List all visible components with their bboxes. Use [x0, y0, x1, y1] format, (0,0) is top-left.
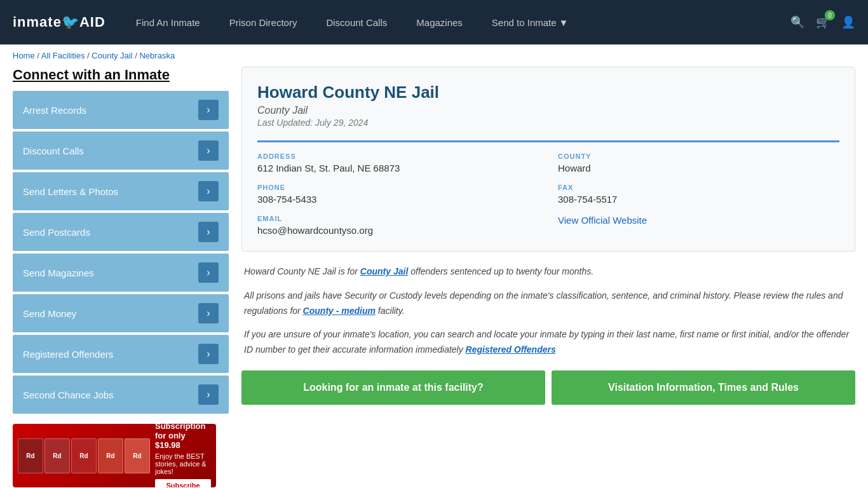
cart-badge: 0 [825, 10, 835, 20]
arrow-icon: › [198, 181, 219, 201]
fax-block: FAX 308-754-5517 [558, 184, 839, 205]
ad-text: 1 Year Subscription for only $19.98 Enjo… [155, 424, 211, 487]
rd-cover-4: Rd [98, 438, 123, 473]
sidebar-item-arrest-records[interactable]: Arrest Records › [13, 91, 229, 129]
arrow-icon: › [198, 384, 219, 405]
action-buttons: Looking for an inmate at this facility? … [241, 370, 855, 405]
breadcrumb-nebraska[interactable]: Nebraska [139, 51, 175, 60]
arrow-icon: › [198, 344, 219, 364]
county-label: COUNTY [558, 152, 839, 160]
search-icon[interactable]: 🔍 [790, 15, 804, 29]
sidebar-item-send-postcards[interactable]: Send Postcards › [13, 213, 229, 251]
sidebar-item-second-chance-jobs[interactable]: Second Chance Jobs › [13, 376, 229, 414]
breadcrumb-county-jail[interactable]: County Jail [92, 51, 132, 60]
connect-title: Connect with an Inmate [13, 67, 229, 83]
facility-type: County Jail [257, 105, 839, 116]
desc-p2: All prisons and jails have Security or C… [244, 288, 853, 319]
address-label: ADDRESS [257, 152, 539, 160]
phone-label: PHONE [257, 184, 539, 191]
rd-covers: Rd Rd Rd Rd Rd [18, 438, 150, 473]
rd-cover-2: Rd [44, 438, 70, 473]
nav-magazines[interactable]: Magazines [405, 12, 474, 33]
county-block: COUNTY Howard [558, 152, 839, 173]
breadcrumb-all-facilities[interactable]: All Facilities [41, 51, 85, 60]
breadcrumb-home[interactable]: Home [13, 51, 35, 60]
registered-offenders-link[interactable]: Registered Offenders [466, 344, 556, 355]
user-icon[interactable]: 👤 [841, 15, 855, 29]
nav-discount-calls[interactable]: Discount Calls [315, 12, 398, 33]
desc-p1: Howard County NE Jail is for County Jail… [244, 264, 853, 280]
view-website-link[interactable]: View Official Website [558, 215, 647, 226]
content-area: Howard County NE Jail County Jail Last U… [241, 67, 855, 487]
arrow-icon: › [198, 140, 219, 161]
nav-prison-directory[interactable]: Prison Directory [218, 12, 309, 33]
address-value: 612 Indian St, St. Paul, NE 68873 [257, 163, 539, 173]
description: Howard County NE Jail is for County Jail… [241, 264, 855, 358]
phone-value: 308-754-5433 [257, 194, 539, 205]
rd-cover-5: Rd [125, 438, 150, 473]
logo[interactable]: inmate🐦AID [13, 14, 105, 30]
arrow-icon: › [198, 100, 219, 120]
fax-label: FAX [558, 184, 839, 191]
desc-p3: If you are unsure of your inmate's locat… [244, 327, 853, 358]
website-block: View Official Website [558, 215, 839, 236]
sidebar-item-registered-offenders[interactable]: Registered Offenders › [13, 335, 229, 373]
arrow-icon: › [198, 222, 219, 242]
main-nav: Find An Inmate Prison Directory Discount… [125, 12, 790, 33]
phone-block: PHONE 308-754-5433 [257, 184, 539, 205]
facility-updated: Last Updated: July 29, 2024 [257, 118, 839, 128]
cart-icon[interactable]: 🛒 0 [816, 15, 830, 29]
sidebar-item-discount-calls[interactable]: Discount Calls › [13, 132, 229, 170]
dropdown-arrow-icon: ▼ [559, 17, 569, 28]
email-value: hcso@howardcountyso.org [257, 225, 539, 236]
main-content: Connect with an Inmate Arrest Records › … [0, 67, 868, 488]
fax-value: 308-754-5517 [558, 194, 839, 205]
subscribe-button[interactable]: Subscribe Now [155, 479, 211, 487]
header: inmate🐦AID Find An Inmate Prison Directo… [0, 0, 868, 44]
nav-find-inmate[interactable]: Find An Inmate [125, 12, 212, 33]
rd-cover-1: Rd [18, 438, 43, 473]
facility-title: Howard County NE Jail [257, 83, 839, 102]
visitation-button[interactable]: Visitation Information, Times and Rules [552, 370, 855, 405]
email-block: EMAIL hcso@howardcountyso.org [257, 215, 539, 236]
sidebar-item-send-money[interactable]: Send Money › [13, 294, 229, 332]
ad-banner[interactable]: Rd Rd Rd Rd Rd 1 Year Subscription for o… [13, 424, 216, 487]
info-grid: ADDRESS 612 Indian St, St. Paul, NE 6887… [257, 140, 839, 236]
county-medium-link[interactable]: County - medium [303, 306, 376, 316]
rd-cover-3: Rd [71, 438, 97, 473]
county-value: Howard [558, 163, 839, 173]
facility-card: Howard County NE Jail County Jail Last U… [241, 67, 855, 252]
arrow-icon: › [198, 303, 219, 323]
county-jail-link[interactable]: County Jail [360, 266, 408, 276]
sidebar-item-send-magazines[interactable]: Send Magazines › [13, 254, 229, 292]
arrow-icon: › [198, 262, 219, 283]
email-label: EMAIL [257, 215, 539, 222]
nav-send-to-inmate[interactable]: Send to Inmate ▼ [480, 12, 580, 33]
find-inmate-button[interactable]: Looking for an inmate at this facility? [241, 370, 545, 405]
header-icons: 🔍 🛒 0 👤 [790, 15, 855, 29]
address-block: ADDRESS 612 Indian St, St. Paul, NE 6887… [257, 152, 539, 173]
sidebar-item-send-letters[interactable]: Send Letters & Photos › [13, 172, 229, 210]
breadcrumb: Home / All Facilities / County Jail / Ne… [0, 44, 868, 67]
sidebar: Connect with an Inmate Arrest Records › … [13, 67, 229, 487]
